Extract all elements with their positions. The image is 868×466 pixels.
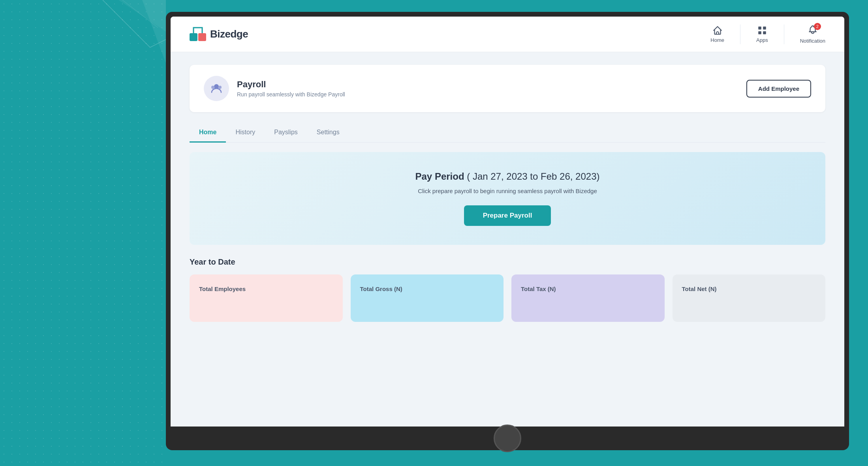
main-content: Payroll Run payroll seamlessly with Bize…	[171, 52, 844, 427]
payroll-header-info: Payroll Run payroll seamlessly with Bize…	[237, 79, 345, 98]
svg-rect-7	[763, 31, 766, 34]
svg-rect-2	[190, 33, 197, 41]
nav-right: Home Apps	[710, 24, 825, 44]
tab-home[interactable]: Home	[190, 123, 226, 143]
tab-settings[interactable]: Settings	[307, 123, 349, 143]
background-dots	[0, 0, 166, 466]
logo-text: Bizedge	[210, 28, 248, 40]
pay-period-date-range: ( Jan 27, 2023 to Feb 26, 2023)	[467, 171, 599, 182]
payroll-icon-circle	[204, 76, 229, 101]
add-employee-button[interactable]: Add Employee	[746, 80, 811, 98]
ytd-card-total-net-label: Total Net (N)	[682, 286, 816, 292]
pay-period-title: Pay Period ( Jan 27, 2023 to Feb 26, 202…	[204, 171, 811, 182]
payroll-title: Payroll	[237, 79, 345, 90]
ytd-card-total-gross: Total Gross (N)	[351, 274, 504, 322]
payroll-subtitle: Run payroll seamlessly with Bizedge Payr…	[237, 91, 345, 98]
payroll-header-card: Payroll Run payroll seamlessly with Bize…	[190, 65, 825, 112]
nav-home-label: Home	[710, 37, 724, 43]
nav-notification-label: Notification	[800, 38, 825, 44]
pay-period-label: Pay Period	[415, 171, 464, 182]
monitor-bezel: Bizedge Home	[166, 12, 849, 427]
ytd-card-total-tax-label: Total Tax (N)	[521, 286, 655, 292]
payroll-header-left: Payroll Run payroll seamlessly with Bize…	[204, 76, 345, 101]
app-container: Bizedge Home	[171, 17, 844, 427]
nav-apps-label: Apps	[756, 37, 768, 43]
tab-payslips[interactable]: Payslips	[265, 123, 307, 143]
nav-notification[interactable]: 2 Notification	[800, 24, 825, 44]
svg-rect-5	[763, 26, 766, 30]
top-navigation: Bizedge Home	[171, 17, 844, 52]
logo-container: Bizedge	[190, 26, 248, 43]
tabs-container: Home History Payslips Settings	[190, 123, 825, 143]
ytd-card-total-employees-label: Total Employees	[199, 286, 333, 292]
nav-divider-1	[740, 24, 740, 44]
ytd-card-total-tax: Total Tax (N)	[511, 274, 665, 322]
svg-rect-6	[758, 31, 761, 34]
apps-icon	[757, 25, 767, 36]
ytd-card-total-gross-label: Total Gross (N)	[360, 286, 494, 292]
prepare-payroll-button[interactable]: Prepare Payroll	[464, 205, 551, 226]
pay-period-instruction: Click prepare payroll to begin running s…	[204, 188, 811, 194]
bizedge-logo-icon	[190, 26, 206, 43]
home-icon	[712, 25, 723, 36]
svg-point-10	[218, 86, 222, 89]
ytd-card-total-net: Total Net (N)	[673, 274, 826, 322]
ytd-title: Year to Date	[190, 257, 825, 267]
nav-apps[interactable]: Apps	[756, 25, 768, 43]
monitor-screen: Bizedge Home	[171, 17, 844, 427]
payroll-icon	[209, 81, 224, 96]
ytd-section: Year to Date Total Employees Total Gross…	[190, 257, 825, 322]
monitor-button	[494, 425, 521, 452]
ytd-cards-grid: Total Employees Total Gross (N) Total Ta…	[190, 274, 825, 322]
monitor-bottom-bar	[166, 427, 849, 450]
ytd-card-total-employees: Total Employees	[190, 274, 343, 322]
svg-rect-4	[758, 26, 761, 30]
tab-history[interactable]: History	[226, 123, 265, 143]
nav-divider-2	[784, 24, 784, 44]
monitor-container: Bizedge Home	[166, 12, 868, 466]
svg-rect-3	[198, 33, 206, 41]
nav-home[interactable]: Home	[710, 25, 724, 43]
pay-period-card: Pay Period ( Jan 27, 2023 to Feb 26, 202…	[190, 152, 825, 245]
svg-point-9	[211, 86, 214, 89]
notification-badge: 2	[814, 23, 821, 30]
